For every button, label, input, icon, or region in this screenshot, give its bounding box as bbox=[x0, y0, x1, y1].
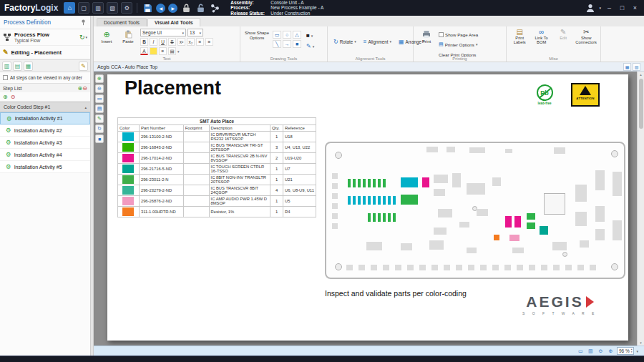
home-button[interactable]: ⌂ bbox=[64, 2, 75, 14]
step-list-item[interactable]: ⚙Installation Activity #3 bbox=[0, 137, 90, 149]
italic-button[interactable]: I bbox=[150, 38, 157, 46]
workstation-button[interactable]: ▢ bbox=[78, 2, 89, 14]
layers-button[interactable]: ▥ bbox=[633, 63, 640, 71]
ellipse-shape-button[interactable]: ○ bbox=[283, 31, 291, 39]
line-shape-button[interactable]: ╲ bbox=[273, 40, 281, 48]
paste-button[interactable]: Paste bbox=[119, 29, 137, 44]
zoom-presets-caret-icon[interactable]: ▾ bbox=[636, 349, 638, 353]
superscript-button[interactable]: x² bbox=[177, 38, 185, 46]
print-button[interactable]: Print bbox=[417, 29, 436, 44]
pin-icon[interactable] bbox=[80, 19, 87, 26]
zoom-spinner[interactable]: ▴▾ bbox=[631, 348, 633, 353]
shape-tool-button[interactable]: ■ bbox=[95, 134, 104, 143]
add-document-button[interactable]: ▥ bbox=[2, 62, 11, 71]
fit-page-button[interactable]: ▭ bbox=[577, 347, 585, 355]
fit-width-button[interactable]: ▥ bbox=[587, 347, 595, 355]
font-color-button[interactable]: A bbox=[140, 47, 148, 55]
save-button[interactable] bbox=[142, 2, 153, 14]
scroll-down-icon[interactable]: ▾ bbox=[640, 340, 642, 346]
triangle-shape-button[interactable]: △ bbox=[293, 31, 301, 39]
settings-button[interactable]: ⚙ bbox=[121, 2, 132, 14]
strikethrough-button[interactable]: S bbox=[168, 38, 176, 46]
show-shape-options-button[interactable]: Show Shape Options bbox=[244, 29, 270, 41]
step-list-item[interactable]: ⚙Installation Activity #5 bbox=[0, 161, 90, 173]
select-tool-button[interactable]: ⊕ bbox=[95, 74, 104, 83]
document-canvas[interactable]: ⊕ ⊖ ▭ ▤ ✎ ↻ ■ Placement Pb lead-free bbox=[94, 72, 644, 346]
underline-button[interactable]: U bbox=[159, 38, 167, 46]
arrow-shape-button[interactable]: → bbox=[283, 40, 291, 48]
add-step-icon[interactable]: ⊕ bbox=[78, 85, 83, 92]
annotate-tool-button[interactable]: ✎ bbox=[95, 114, 104, 123]
subscript-button[interactable]: x₂ bbox=[187, 38, 195, 46]
library-button[interactable]: ▧ bbox=[107, 2, 118, 14]
step-list-item[interactable]: ⚙Installation Activity #2 bbox=[0, 124, 90, 137]
printer-options-button[interactable]: ▤Printer Options▾ bbox=[439, 40, 478, 49]
line-color-button[interactable]: ✎▾ bbox=[304, 41, 316, 51]
steps-order-option[interactable]: All steps can be viewed in any order bbox=[0, 72, 90, 83]
font-size-select[interactable]: 13▾ bbox=[187, 29, 203, 36]
back-button[interactable]: ◀ bbox=[156, 4, 165, 13]
step-group-header[interactable]: Color Coded Step #1 ▴ bbox=[0, 102, 90, 112]
restore-button[interactable]: □ bbox=[618, 4, 627, 13]
rotate-button[interactable]: ↻Rotate▾ bbox=[331, 37, 358, 47]
image-tools-button[interactable]: ▦ bbox=[623, 63, 631, 71]
footprint-cell bbox=[183, 164, 209, 175]
zoom-level-input[interactable]: 96 % ▴▾ bbox=[617, 347, 635, 355]
fit-tool-button[interactable]: ▭ bbox=[95, 94, 104, 103]
remove-step-icon[interactable]: ⊖ bbox=[82, 85, 87, 92]
font-family-select[interactable]: Segoe UI▾ bbox=[140, 29, 186, 36]
rectangle-shape-button[interactable]: ▭ bbox=[273, 31, 281, 39]
rotate-tool-button[interactable]: ↻ bbox=[95, 124, 104, 133]
scroll-up-icon[interactable]: ▴ bbox=[640, 72, 642, 77]
user-menu-caret-icon[interactable]: ▾ bbox=[599, 6, 601, 10]
insert-button[interactable]: ⊕ Insert bbox=[97, 29, 116, 44]
show-page-area-option[interactable]: Show Page Area bbox=[439, 30, 478, 39]
edit-button[interactable]: ✎Edit bbox=[554, 29, 572, 40]
align-left-button[interactable]: ≡ bbox=[196, 38, 204, 46]
refresh-flow-button[interactable]: ↻▾ bbox=[79, 34, 87, 41]
lock-button[interactable] bbox=[180, 2, 192, 14]
forward-button[interactable]: ▶ bbox=[168, 4, 177, 13]
show-page-area-checkbox[interactable] bbox=[439, 32, 444, 37]
documents-button[interactable]: ▥ bbox=[92, 2, 104, 14]
highlight-button[interactable] bbox=[150, 47, 157, 55]
step-list-item[interactable]: ⚙Installation Activity #4 bbox=[0, 149, 90, 161]
text-more-caret-icon[interactable]: ▾ bbox=[177, 49, 180, 54]
bold-button[interactable]: B bbox=[140, 38, 148, 46]
show-connectors-button[interactable]: ✂Show Connectors bbox=[575, 29, 597, 45]
print-labels-button[interactable]: ▤Print Labels bbox=[510, 29, 529, 45]
steps-order-checkbox[interactable] bbox=[3, 75, 8, 80]
add-group-icon[interactable]: ⊕ bbox=[3, 94, 8, 100]
fill-color-button[interactable]: ■▾ bbox=[304, 31, 316, 40]
filled-shape-button[interactable]: ■ bbox=[293, 40, 301, 48]
scrollbar-thumb[interactable] bbox=[639, 79, 643, 129]
step-list-item[interactable]: ⚙Installation Activity #1 bbox=[0, 112, 90, 124]
bullet-list-button[interactable]: ≡ bbox=[159, 47, 167, 55]
link-to-bom-button[interactable]: ∞Link To BOM bbox=[532, 29, 550, 45]
edit-step-button[interactable]: ✎ bbox=[79, 62, 88, 71]
remove-group-icon[interactable]: ⊖ bbox=[11, 94, 16, 100]
process-flow-row[interactable]: Process Flow Typical Flow ↻▾ bbox=[0, 29, 90, 45]
layout-button[interactable]: ▦ bbox=[24, 62, 33, 71]
table-button[interactable]: ▤ bbox=[168, 47, 176, 55]
align-center-button[interactable]: ≡ bbox=[205, 38, 213, 46]
copy-document-button[interactable]: ▤ bbox=[13, 62, 22, 71]
vertical-scrollbar[interactable]: ▴ ▾ bbox=[637, 72, 644, 346]
unlock-button[interactable] bbox=[195, 2, 206, 14]
alignment-button[interactable]: ≡Alignment▾ bbox=[361, 37, 394, 47]
grid-tool-button[interactable]: ▤ bbox=[95, 104, 104, 113]
tab-visual-aid-tools[interactable]: Visual Aid Tools bbox=[147, 18, 200, 26]
zoom-spin-down-icon[interactable]: ▾ bbox=[631, 351, 633, 354]
zoom-in-button[interactable]: ⊕ bbox=[607, 347, 615, 355]
zoom-out-tool-button[interactable]: ⊖ bbox=[95, 84, 104, 93]
tab-document-tools[interactable]: Document Tools bbox=[97, 18, 147, 26]
color-swatch bbox=[122, 197, 134, 205]
close-button[interactable]: × bbox=[630, 4, 640, 13]
collapse-group-icon[interactable]: ▴ bbox=[84, 105, 87, 109]
gear-icon: ⚙ bbox=[6, 127, 11, 134]
minimize-button[interactable]: – bbox=[605, 4, 614, 13]
edit-pencil-icon: ✎ bbox=[81, 63, 86, 69]
user-icon[interactable] bbox=[585, 3, 595, 13]
zoom-out-button[interactable]: ⊖ bbox=[597, 347, 605, 355]
routing-button[interactable] bbox=[209, 2, 220, 14]
